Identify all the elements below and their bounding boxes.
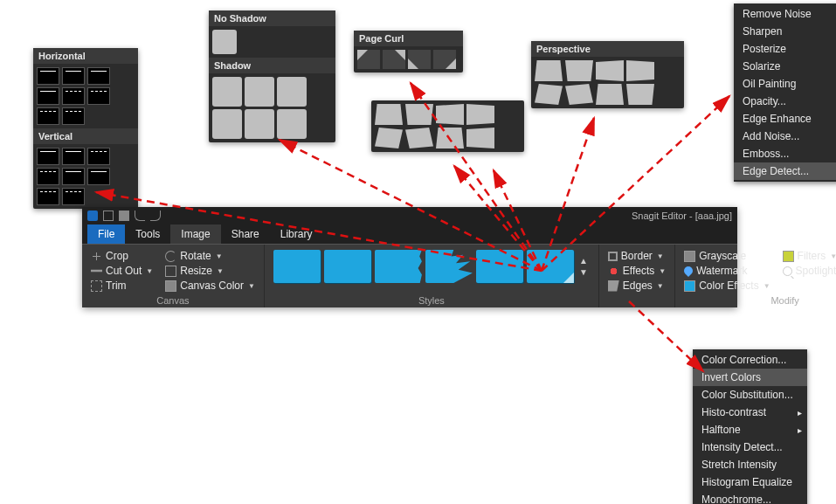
undo-icon[interactable] bbox=[135, 211, 145, 221]
shadow-preset[interactable] bbox=[245, 109, 274, 139]
menu-item[interactable]: Sharpen▸ bbox=[734, 23, 836, 40]
perspective-preset[interactable] bbox=[565, 60, 593, 81]
save-icon[interactable] bbox=[103, 211, 114, 221]
edges-popup[interactable]: Horizontal Vertical bbox=[33, 48, 138, 209]
coloreffects-button[interactable]: Color Effects▼ bbox=[684, 280, 770, 292]
menu-item[interactable]: Stretch Intensity bbox=[693, 456, 807, 473]
resize-button[interactable]: Resize▼ bbox=[165, 265, 255, 277]
rotate-button[interactable]: Rotate▼ bbox=[165, 250, 255, 262]
perspective-preset[interactable] bbox=[405, 104, 433, 125]
crop-button[interactable]: Crop bbox=[91, 250, 153, 262]
pagecurl-popup[interactable]: Page Curl bbox=[354, 31, 463, 72]
perspective-preset[interactable] bbox=[436, 128, 464, 148]
canvascolor-button[interactable]: Canvas Color▼ bbox=[165, 280, 255, 292]
edge-style[interactable] bbox=[87, 168, 110, 185]
shadow-preset[interactable] bbox=[277, 77, 307, 107]
tab-library[interactable]: Library bbox=[270, 224, 323, 244]
resize-icon bbox=[165, 266, 176, 277]
redo-icon[interactable] bbox=[150, 211, 161, 221]
edge-style[interactable] bbox=[62, 87, 85, 105]
menu-item[interactable]: Remove Noise▸ bbox=[734, 5, 836, 23]
tab-file[interactable]: File bbox=[87, 224, 125, 244]
perspective-preset[interactable] bbox=[535, 60, 563, 81]
border-button[interactable]: Border▼ bbox=[608, 250, 666, 262]
cutout-button[interactable]: Cut Out▼ bbox=[91, 265, 153, 277]
spotlight-button[interactable]: Spotlight & Magnify bbox=[783, 265, 836, 277]
pagecurl-preset[interactable] bbox=[383, 50, 405, 69]
tab-tools[interactable]: Tools bbox=[125, 224, 170, 244]
style-preset[interactable] bbox=[425, 250, 473, 283]
watermark-button[interactable]: Watermark bbox=[684, 265, 770, 277]
style-preset[interactable] bbox=[476, 250, 523, 283]
perspective-preset[interactable] bbox=[436, 104, 464, 125]
edge-style[interactable] bbox=[62, 67, 85, 85]
styles-scroll[interactable]: ▲▼ bbox=[577, 256, 590, 277]
edge-style[interactable] bbox=[62, 107, 85, 125]
edge-style[interactable] bbox=[37, 87, 59, 105]
perspective-preset[interactable] bbox=[535, 84, 563, 105]
shadow-preset[interactable] bbox=[245, 77, 274, 107]
style-preset[interactable] bbox=[375, 250, 422, 283]
menu-item[interactable]: Emboss... bbox=[734, 145, 836, 162]
edge-style[interactable] bbox=[37, 148, 59, 165]
menu-item[interactable]: Edge Enhance bbox=[734, 110, 836, 128]
shadow-preset[interactable] bbox=[277, 109, 307, 139]
menu-item[interactable]: Edge Detect... bbox=[734, 162, 836, 180]
shadow-preset[interactable] bbox=[212, 109, 242, 139]
filters-button[interactable]: Filters▼ bbox=[783, 250, 836, 262]
trim-button[interactable]: Trim bbox=[91, 280, 153, 292]
menu-item[interactable]: Solarize▸ bbox=[734, 58, 836, 75]
style-preset[interactable] bbox=[324, 250, 371, 283]
perspective-popup-2[interactable] bbox=[371, 100, 524, 152]
perspective-preset[interactable] bbox=[375, 104, 403, 125]
menu-item[interactable]: Posterize▸ bbox=[734, 40, 836, 58]
shadow-preset[interactable] bbox=[212, 77, 242, 107]
edge-style[interactable] bbox=[62, 188, 85, 205]
perspective-preset[interactable] bbox=[405, 128, 433, 148]
tab-image[interactable]: Image bbox=[170, 224, 220, 244]
perspective-preset[interactable] bbox=[375, 128, 403, 148]
menu-item[interactable]: Opacity... bbox=[734, 93, 836, 110]
edge-style[interactable] bbox=[87, 67, 110, 85]
edge-style[interactable] bbox=[37, 67, 59, 85]
perspective-preset[interactable] bbox=[596, 84, 624, 105]
coloreffects-menu[interactable]: Color Correction...Invert ColorsColor Su… bbox=[693, 349, 807, 504]
pagecurl-preset[interactable] bbox=[357, 50, 380, 69]
edges-button[interactable]: Edges▼ bbox=[608, 280, 666, 292]
menu-item[interactable]: Color Substitution... bbox=[693, 386, 807, 404]
edge-style[interactable] bbox=[87, 148, 110, 165]
perspective-preset[interactable] bbox=[466, 104, 494, 125]
edge-style[interactable] bbox=[37, 168, 59, 185]
edge-style[interactable] bbox=[62, 168, 85, 185]
perspective-preset[interactable] bbox=[565, 84, 593, 105]
perspective-popup[interactable]: Perspective bbox=[531, 41, 684, 108]
edge-style[interactable] bbox=[87, 87, 110, 105]
edge-style[interactable] bbox=[62, 148, 85, 165]
shadow-popup[interactable]: No Shadow Shadow bbox=[209, 10, 335, 142]
perspective-preset[interactable] bbox=[466, 128, 494, 148]
filters-menu[interactable]: Remove Noise▸Sharpen▸Posterize▸Solarize▸… bbox=[734, 3, 836, 182]
edge-style[interactable] bbox=[37, 188, 59, 205]
perspective-preset[interactable] bbox=[626, 60, 654, 81]
pagecurl-preset[interactable] bbox=[433, 50, 456, 69]
grayscale-button[interactable]: Grayscale bbox=[684, 250, 770, 262]
edge-style[interactable] bbox=[37, 107, 59, 125]
pagecurl-preset[interactable] bbox=[408, 50, 431, 69]
menu-item[interactable]: Intensity Detect... bbox=[693, 438, 807, 456]
effects-button[interactable]: Effects▼ bbox=[608, 265, 666, 277]
tab-share[interactable]: Share bbox=[221, 224, 270, 244]
perspective-preset[interactable] bbox=[626, 84, 654, 105]
menu-item[interactable]: Invert Colors bbox=[693, 369, 807, 386]
menu-item[interactable]: Histo-contrast▸ bbox=[693, 404, 807, 421]
style-preset[interactable] bbox=[527, 250, 574, 283]
menu-item[interactable]: Add Noise... bbox=[734, 128, 836, 145]
menu-item[interactable]: Histogram Equalize bbox=[693, 473, 807, 491]
menu-item[interactable]: Oil Painting▸ bbox=[734, 75, 836, 93]
doc-icon[interactable] bbox=[119, 211, 129, 221]
style-preset[interactable] bbox=[273, 250, 321, 283]
shadow-none[interactable] bbox=[212, 30, 237, 54]
menu-item[interactable]: Color Correction... bbox=[693, 351, 807, 369]
menu-item[interactable]: Monochrome... bbox=[693, 491, 807, 504]
perspective-preset[interactable] bbox=[596, 60, 624, 81]
menu-item[interactable]: Halftone▸ bbox=[693, 421, 807, 438]
